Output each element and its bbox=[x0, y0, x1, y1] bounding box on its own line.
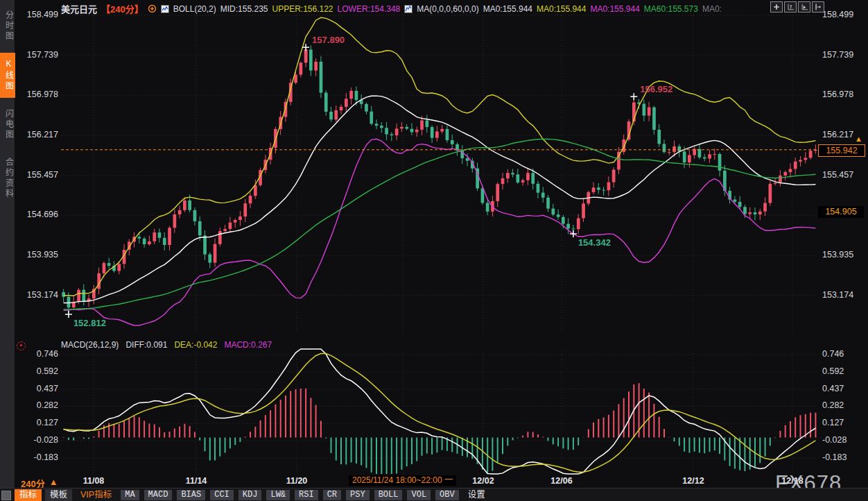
indicator-button-kdj[interactable]: KDJ bbox=[238, 489, 263, 501]
settings-button[interactable]: 设置 bbox=[463, 489, 490, 501]
macd-axis-label-right: -0.028 bbox=[822, 435, 865, 445]
scroll-to-price-arrow[interactable]: ▲ bbox=[855, 135, 862, 143]
indicator-button-lw&[interactable]: LW& bbox=[266, 489, 290, 501]
price-axis-label-left: 154.696 bbox=[17, 210, 58, 219]
boll-label: BOLL(20,2) bbox=[173, 4, 216, 14]
price-axis-label-left: 153.935 bbox=[17, 250, 58, 260]
macd-axis-label-right: -0.183 bbox=[822, 452, 865, 462]
toolbar-tab-模板[interactable]: 模板 bbox=[45, 489, 72, 501]
price-axis-label-left: 158.499 bbox=[17, 10, 58, 19]
sidebar-tab-kline[interactable]: K线图 bbox=[0, 53, 15, 98]
macd-axis-label-right: 0.746 bbox=[822, 349, 865, 359]
axis-zoom-out-icon[interactable] bbox=[798, 1, 810, 12]
last-price-marker: 155.942 bbox=[818, 144, 865, 157]
macd-axis-label-left: 0.127 bbox=[17, 418, 58, 427]
indicator-button-rsi[interactable]: RSI bbox=[294, 489, 319, 501]
price-axis-label-right: 153.935 bbox=[822, 250, 865, 260]
macd-macd-value: MACD:0.267 bbox=[224, 340, 272, 350]
macd-dea-value: DEA:-0.042 bbox=[174, 340, 217, 350]
macd-axis-label-left: 0.592 bbox=[17, 366, 58, 376]
boll-lower-value: LOWER:154.348 bbox=[338, 4, 401, 14]
toolbar-tab-VIP指标[interactable]: VIP指标 bbox=[76, 489, 116, 501]
price-axis-label-left: 156.978 bbox=[17, 90, 58, 99]
price-axis-label-right: 157.739 bbox=[822, 50, 865, 60]
indicator-button-obv[interactable]: OBV bbox=[435, 489, 460, 501]
price-axis-label-right: 153.174 bbox=[822, 290, 865, 300]
price-axis-label-right: 156.978 bbox=[822, 90, 865, 99]
indicator-button-cci[interactable]: CCI bbox=[209, 489, 234, 501]
chart-svg: 157.890156.952154.342152.812 bbox=[0, 0, 868, 501]
trading-app-window: 157.890156.952154.342152.812 分时图K线图闪电图合约… bbox=[0, 0, 868, 501]
secondary-price-marker: 154.905 bbox=[818, 206, 864, 218]
macd-params-label: MACD(26,12,9) bbox=[61, 340, 119, 350]
ma0-value-2: MA0:155.944 bbox=[537, 4, 586, 14]
add-indicator-icon[interactable] bbox=[148, 4, 157, 13]
indicator-button-cr[interactable]: CR bbox=[322, 489, 342, 501]
price-axis-label-left: 155.457 bbox=[17, 170, 58, 180]
macd-axis-label-left: 0.437 bbox=[17, 384, 58, 393]
ma0-value-1: MA0:155.944 bbox=[483, 4, 532, 14]
sidebar: 分时图K线图闪电图合约资料 bbox=[0, 0, 15, 501]
chart-header: 美元日元 【240分】 BOLL(20,2) MID:155.235 UPPER… bbox=[61, 2, 722, 15]
macd-axis-label-left: 0.746 bbox=[17, 349, 58, 359]
boll-indicator-icon bbox=[161, 5, 169, 13]
date-tick-label: 12/12 bbox=[682, 476, 704, 486]
macd-axis-label-left: -0.183 bbox=[17, 452, 58, 462]
jump-to-latest-icon[interactable] bbox=[812, 1, 824, 12]
sidebar-tab-time-share[interactable]: 分时图 bbox=[0, 4, 15, 48]
indicator-button-ma[interactable]: MA bbox=[120, 489, 139, 501]
date-tick-label: 12/02 bbox=[472, 476, 494, 486]
price-axis-label-left: 157.739 bbox=[17, 50, 58, 60]
price-axis-label-left: 156.217 bbox=[17, 130, 58, 139]
macd-axis-label-left: 0.282 bbox=[17, 400, 58, 410]
price-axis-label-right: 158.499 bbox=[822, 10, 865, 19]
macd-axis-label-right: 0.282 bbox=[822, 400, 865, 410]
ma0-value-3: MA0:155.944 bbox=[590, 4, 639, 14]
macd-axis-label-right: 0.127 bbox=[822, 418, 865, 427]
sidebar-tab-flash[interactable]: 闪电图 bbox=[0, 103, 15, 146]
pan-icon[interactable] bbox=[770, 1, 783, 12]
ma-params-label: MA(0,0,0,60,0,0) bbox=[417, 4, 478, 14]
boll-mid-value: MID:155.235 bbox=[220, 4, 268, 14]
axis-zoom-in-icon[interactable] bbox=[784, 1, 797, 12]
macd-axis-label-right: 0.437 bbox=[822, 384, 865, 393]
ma0-empty-value: MA0: bbox=[702, 4, 722, 14]
macd-diff-value: DIFF:0.091 bbox=[125, 340, 167, 350]
chart-control-icons bbox=[770, 1, 824, 12]
date-tick-label: 11/14 bbox=[186, 476, 207, 486]
macd-axis-label-left: -0.028 bbox=[17, 435, 58, 445]
ma60-value: MA60:155.573 bbox=[644, 4, 698, 14]
date-tick-label: 11/20 bbox=[286, 476, 308, 486]
symbol-title: 美元日元 bbox=[61, 2, 97, 15]
boll-upper-value: UPPER:156.122 bbox=[272, 4, 333, 14]
sidebar-tab-contract-info[interactable]: 合约资料 bbox=[0, 151, 15, 205]
toolbar-tab-指标[interactable]: 指标 bbox=[15, 489, 42, 501]
toolbar-corner-button[interactable] bbox=[1, 491, 11, 500]
period-badge: 【240分】 bbox=[101, 2, 144, 15]
price-axis-label-left: 153.174 bbox=[17, 290, 58, 300]
indicator-button-macd[interactable]: MACD bbox=[144, 489, 173, 501]
indicator-toolbar: 指标模板VIP指标MAMACDBIASCCIKDJLW&RSICRPSYBOLL… bbox=[0, 488, 868, 501]
macd-header: MACD(26,12,9) DIFF:0.091 DEA:-0.042 MACD… bbox=[61, 340, 272, 350]
macd-panel-icon[interactable] bbox=[17, 341, 26, 350]
chart-canvas[interactable] bbox=[61, 12, 818, 474]
indicator-button-bias[interactable]: BIAS bbox=[176, 489, 206, 501]
ma-indicator-icon bbox=[404, 5, 413, 13]
macd-axis-label-right: 0.592 bbox=[822, 366, 865, 376]
date-tick-label: 12/06 bbox=[550, 476, 572, 486]
indicator-button-psy[interactable]: PSY bbox=[345, 489, 370, 501]
date-tick-label: 11/08 bbox=[83, 476, 105, 486]
indicator-button-vol[interactable]: VOL bbox=[406, 489, 431, 501]
price-axis-label-right: 155.457 bbox=[822, 170, 865, 180]
crosshair-date-label: 2025/11/24 18:00~22:00 一 bbox=[349, 475, 456, 486]
indicator-button-boll[interactable]: BOLL bbox=[374, 489, 403, 501]
